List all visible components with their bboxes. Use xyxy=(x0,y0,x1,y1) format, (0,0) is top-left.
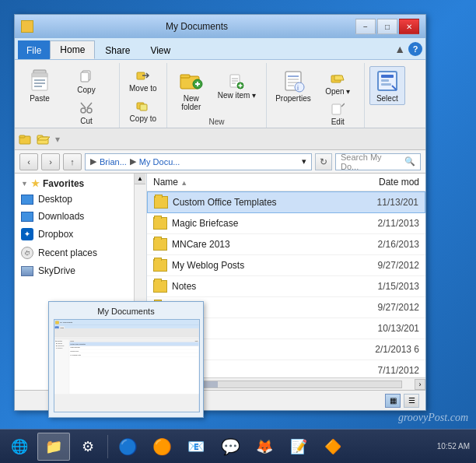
file-item[interactable]: Magic Briefcase 2/11/2013 xyxy=(147,213,425,234)
minimize-button[interactable]: − xyxy=(355,19,376,34)
taskbar-explorer-button[interactable]: 📁 xyxy=(37,433,70,461)
nav-item-downloads[interactable]: Downloads xyxy=(15,208,134,225)
paste-button[interactable]: Paste xyxy=(23,66,57,105)
scissors-icon xyxy=(79,100,94,115)
taskbar-ie-button[interactable]: 🌐 xyxy=(3,433,36,461)
thumb-main: ★ Favorites ■ Desktop ■ Downloads ● Drop… xyxy=(54,339,199,394)
view-detail-button[interactable]: ▦ xyxy=(385,394,401,408)
taskbar-firefox-button[interactable]: 🦊 xyxy=(248,433,281,461)
thumb-ribbon: My Documents xyxy=(54,320,199,325)
nav-scroll-up-button[interactable]: ▲ xyxy=(135,174,145,184)
select-button[interactable]: Select xyxy=(369,66,405,105)
close-button[interactable]: ✕ xyxy=(399,19,419,34)
scroll-track xyxy=(170,381,402,388)
forward-button[interactable]: › xyxy=(41,153,60,170)
copy-to-button[interactable]: Copy to xyxy=(124,96,162,126)
thumb-nav-pane: ★ Favorites ■ Desktop ■ Downloads ● Drop… xyxy=(54,339,69,394)
address-dropdown-icon[interactable]: ▾ xyxy=(302,156,306,167)
column-name[interactable]: Name ▲ xyxy=(153,177,349,188)
ribbon: Paste Copy xyxy=(15,60,425,128)
help-button[interactable]: ? xyxy=(408,42,422,56)
refresh-button[interactable]: ↻ xyxy=(315,153,332,170)
favorites-section[interactable]: ▼ ★ Favorites xyxy=(15,174,134,191)
cut-button[interactable]: Cut xyxy=(58,97,114,128)
taskbar-chrome-button[interactable]: 🔵 xyxy=(111,433,144,461)
new-group-label: New xyxy=(172,116,261,126)
svg-line-11 xyxy=(87,103,92,108)
taskbar-skype-button[interactable]: 💬 xyxy=(214,433,247,461)
folder-icon xyxy=(153,280,167,293)
up-button[interactable]: ↑ xyxy=(63,153,82,170)
svg-rect-7 xyxy=(81,72,89,82)
file-item[interactable]: MNCare 2013 2/16/2013 xyxy=(147,234,425,255)
title-bar: My Documents − □ ✕ xyxy=(15,15,425,38)
thumb-tab-file: File xyxy=(55,326,59,328)
file-item-date: 7/11/2012 xyxy=(357,365,419,376)
ribbon-help-area: ▲ ? xyxy=(394,42,422,59)
scroll-right-button[interactable]: › xyxy=(415,379,425,390)
system-tray: 10:52 AM xyxy=(437,442,473,451)
thumb-row2-name: MNCare 2013 xyxy=(70,350,79,352)
dropdown-arrow-icon[interactable]: ▾ xyxy=(54,134,61,145)
copy-icon xyxy=(79,68,94,84)
address-separator1: ▶ xyxy=(90,156,96,167)
move-to-button[interactable]: Move to xyxy=(124,66,162,96)
tab-share[interactable]: Share xyxy=(95,40,140,59)
navigation-bar: ‹ › ↑ ▶ Brian... ▶ My Docu... ▾ ↻ Search… xyxy=(15,150,425,174)
firefox-icon: 🦊 xyxy=(255,437,274,456)
nav-item-recent-label: Recent places xyxy=(38,247,97,258)
tab-file[interactable]: File xyxy=(18,40,50,59)
thumb-col-date: Date xyxy=(195,340,198,342)
clock-icon: ⏱ xyxy=(21,247,33,259)
outlook-icon: 📧 xyxy=(187,437,205,456)
window-icon xyxy=(21,20,33,33)
tab-home[interactable]: Home xyxy=(50,40,95,59)
new-folder-button[interactable]: Newfolder xyxy=(172,66,211,114)
folder-icon xyxy=(153,259,167,272)
collapse-ribbon-icon[interactable]: ▲ xyxy=(394,43,405,55)
properties-button[interactable]: i Properties xyxy=(271,66,315,105)
svg-rect-3 xyxy=(34,79,45,81)
edit-button[interactable]: Edit xyxy=(317,100,359,129)
taskbar-vlc-button[interactable]: 🔶 xyxy=(317,433,349,461)
skype-icon: 💬 xyxy=(221,437,240,456)
open-button[interactable]: Open ▾ xyxy=(317,69,359,99)
svg-rect-47 xyxy=(381,75,394,78)
file-item[interactable]: My Weblog Posts 9/27/2012 xyxy=(147,255,425,276)
maximize-button[interactable]: □ xyxy=(377,19,397,34)
taskbar-system-button[interactable]: ⚙ xyxy=(72,433,104,461)
file-item-date: 9/27/2012 xyxy=(357,260,419,271)
search-box[interactable]: Search My Do... 🔍 xyxy=(335,153,421,170)
folder-open-icon[interactable] xyxy=(36,132,51,147)
file-item-date: 2/11/2013 xyxy=(357,218,419,229)
desktop: My Documents − □ ✕ File Home Share View … xyxy=(0,0,476,463)
taskbar-word-button[interactable]: 📝 xyxy=(282,433,315,461)
file-item-name: My Weblog Posts xyxy=(172,260,352,271)
taskbar-separator xyxy=(107,435,108,458)
watermark: groovyPost.com xyxy=(398,412,468,424)
file-item[interactable]: Custom Office Templates 11/13/201 xyxy=(147,191,425,213)
tab-view[interactable]: View xyxy=(140,40,180,59)
search-icon: 🔍 xyxy=(404,156,415,167)
nav-item-recent[interactable]: ⏱ Recent places xyxy=(15,244,134,262)
file-item[interactable]: Notes 1/15/2013 xyxy=(147,276,425,297)
taskbar-app1-button[interactable]: 🟠 xyxy=(145,433,178,461)
file-item-date: 11/13/201 xyxy=(356,197,418,208)
copy-button[interactable]: Copy xyxy=(58,66,114,96)
copy-to-label: Copy to xyxy=(130,114,156,123)
select-buttons: Select xyxy=(369,65,405,117)
nav-item-skydrive[interactable]: SkyDrive xyxy=(15,262,134,279)
nav-item-desktop[interactable]: Desktop xyxy=(15,191,134,208)
back-button[interactable]: ‹ xyxy=(19,153,38,170)
thumb-title: My Documents xyxy=(60,321,72,323)
vlc-icon: 🔶 xyxy=(324,437,342,456)
taskbar-outlook-button[interactable]: 📧 xyxy=(180,433,212,461)
nav-item-dropbox[interactable]: ✦ Dropbox xyxy=(15,225,134,244)
new-item-button[interactable]: New item ▾ xyxy=(212,69,261,103)
view-list-button[interactable]: ☰ xyxy=(404,394,419,408)
address-bar[interactable]: ▶ Brian... ▶ My Docu... ▾ xyxy=(85,153,312,170)
app1-icon: 🟠 xyxy=(152,437,171,456)
folder-icon-small xyxy=(18,132,33,147)
svg-point-40 xyxy=(295,82,304,92)
thumb-row3: My Weblog Posts xyxy=(69,353,198,357)
